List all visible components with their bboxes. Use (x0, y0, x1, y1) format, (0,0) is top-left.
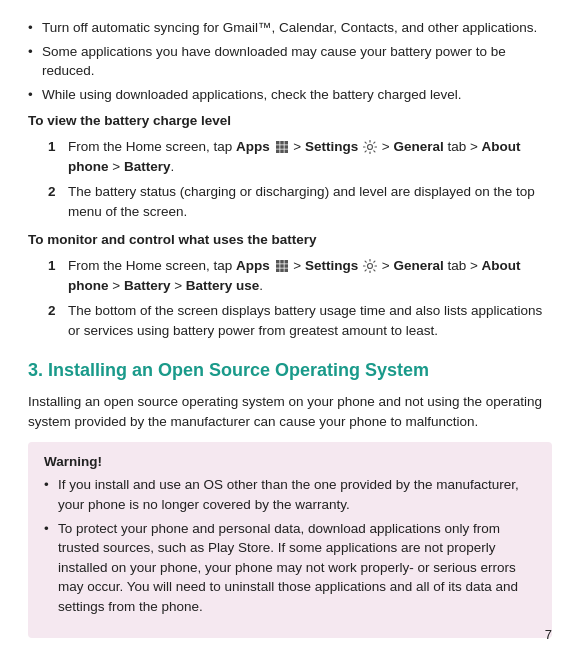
apps-label-2: Apps (236, 258, 270, 273)
svg-rect-6 (276, 149, 280, 153)
step-num-3: 1 (48, 256, 64, 295)
svg-rect-14 (280, 264, 284, 268)
general-label-2: General (393, 258, 443, 273)
svg-point-9 (368, 144, 373, 149)
svg-rect-18 (284, 268, 288, 272)
apps-label-1: Apps (236, 139, 270, 154)
battery-label-1: Battery (124, 159, 171, 174)
svg-rect-17 (280, 268, 284, 272)
svg-rect-2 (284, 141, 288, 145)
warning-box: Warning! If you install and use an OS ot… (28, 442, 552, 638)
settings-label-1: Settings (305, 139, 358, 154)
settings-label-2: Settings (305, 258, 358, 273)
monitor-battery-step-1-content: From the Home screen, tap Apps > Setting… (68, 256, 552, 295)
svg-rect-11 (280, 260, 284, 264)
bullet-item-1: Turn off automatic syncing for Gmail™, C… (28, 18, 552, 38)
svg-rect-12 (284, 260, 288, 264)
svg-rect-10 (276, 260, 280, 264)
warning-title: Warning! (44, 454, 536, 469)
page: Turn off automatic syncing for Gmail™, C… (0, 0, 580, 654)
svg-rect-4 (280, 145, 284, 149)
svg-rect-0 (276, 141, 280, 145)
warning-bullet-1: If you install and use an OS other than … (44, 475, 536, 514)
view-battery-step-2-content: The battery status (charging or discharg… (68, 182, 552, 221)
svg-rect-3 (276, 145, 280, 149)
monitor-battery-step-2-content: The bottom of the screen displays batter… (68, 301, 552, 340)
bullet-item-3: While using downloaded applications, che… (28, 85, 552, 105)
svg-rect-16 (276, 268, 280, 272)
monitor-battery-heading: To monitor and control what uses the bat… (28, 231, 552, 250)
svg-rect-7 (280, 149, 284, 153)
warning-bullet-list: If you install and use an OS other than … (44, 475, 536, 616)
view-battery-step-1: 1 From the Home screen, tap Apps > Setti… (28, 137, 552, 176)
monitor-battery-step-2: 2 The bottom of the screen displays batt… (28, 301, 552, 340)
chapter-body: Installing an open source operating syst… (28, 392, 552, 433)
view-battery-heading: To view the battery charge level (28, 112, 552, 131)
svg-rect-1 (280, 141, 284, 145)
battery-label-2: Battery (124, 278, 171, 293)
battery-use-label: Battery use (186, 278, 260, 293)
bullet-item-2: Some applications you have downloaded ma… (28, 42, 552, 81)
svg-rect-5 (284, 145, 288, 149)
step-num-2: 2 (48, 182, 64, 221)
step-num-1: 1 (48, 137, 64, 176)
page-number: 7 (545, 627, 552, 642)
svg-rect-13 (276, 264, 280, 268)
settings-icon-1 (363, 140, 377, 154)
monitor-battery-step-1: 1 From the Home screen, tap Apps > Setti… (28, 256, 552, 295)
chapter-heading: 3. Installing an Open Source Operating S… (28, 359, 552, 382)
svg-rect-8 (284, 149, 288, 153)
svg-rect-15 (284, 264, 288, 268)
top-bullet-list: Turn off automatic syncing for Gmail™, C… (28, 18, 552, 104)
apps-icon-1 (275, 140, 289, 154)
warning-bullet-2: To protect your phone and personal data,… (44, 519, 536, 617)
step-num-4: 2 (48, 301, 64, 340)
apps-icon-2 (275, 259, 289, 273)
svg-point-19 (368, 263, 373, 268)
settings-icon-2 (363, 259, 377, 273)
general-label-1: General (393, 139, 443, 154)
view-battery-step-1-content: From the Home screen, tap Apps > Setting… (68, 137, 552, 176)
view-battery-step-2: 2 The battery status (charging or discha… (28, 182, 552, 221)
